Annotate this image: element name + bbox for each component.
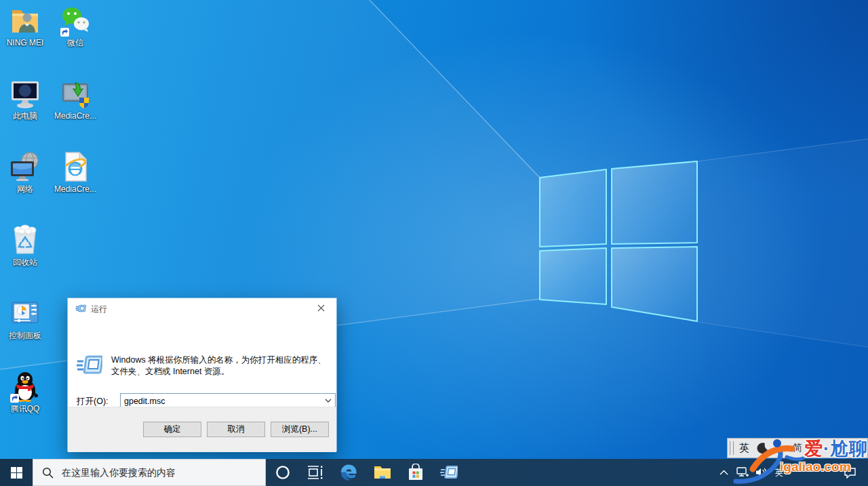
desktop-icon-ning-mei[interactable]: NING MEI: [0, 4, 50, 48]
cortana-icon: [275, 464, 291, 481]
ime-mode-tray-button[interactable]: 英: [772, 459, 787, 486]
cortana-button[interactable]: [267, 459, 298, 486]
taskbar-store-button[interactable]: [400, 459, 431, 486]
description-line1: Windows 将根据你所输入的名称，为你打开相应的程序、: [111, 355, 326, 365]
chevron-up-icon: [719, 470, 728, 475]
qq-penguin-icon: [9, 370, 41, 403]
run-dialog-title: 运行: [91, 304, 107, 315]
run-command-combobox[interactable]: [120, 393, 336, 408]
ime-mode-label: 英: [775, 467, 784, 479]
recycle-bin-icon: [9, 224, 41, 256]
run-window-icon: [75, 303, 86, 317]
taskbar-search[interactable]: [33, 459, 266, 486]
task-view-button[interactable]: [300, 459, 331, 486]
run-dialog-titlebar[interactable]: 运行: [68, 298, 336, 319]
search-input[interactable]: [60, 466, 253, 479]
fullwidth-moon-icon[interactable]: [756, 441, 770, 455]
language-bar-charset[interactable]: 简: [793, 442, 802, 454]
screen: NING MEI 微信: [0, 0, 868, 486]
desktop-icon-label: 微信: [50, 39, 100, 48]
language-bar[interactable]: 英 简: [727, 438, 868, 458]
desktop-icon-label: 腾讯QQ: [0, 405, 50, 414]
language-bar-grip[interactable]: [730, 441, 734, 455]
cancel-button[interactable]: 取消: [207, 422, 265, 437]
run-window-icon: [440, 464, 458, 481]
internet-explorer-document-icon: [59, 150, 92, 183]
desktop-icon-media-creation-tool[interactable]: MediaCre...: [50, 77, 100, 121]
run-dialog: 运行 Windows 将根据你所输入的名称，为你打开相应的程序、: [67, 298, 337, 451]
shortcut-arrow-icon: [60, 28, 69, 37]
taskbar: 英 2020/9/12 3: [0, 459, 868, 486]
desktop-icon-label: MediaCre...: [50, 112, 100, 121]
desktop-icon-control-panel[interactable]: 控制面板: [0, 297, 50, 341]
description-line2: 文件夹、文档或 Internet 资源。: [111, 367, 229, 376]
open-label: 打开(O):: [77, 396, 108, 407]
desktop-icon-label: 回收站: [0, 258, 50, 268]
tray-overflow-button[interactable]: [716, 459, 731, 486]
run-dialog-body: Windows 将根据你所输入的名称，为你打开相应的程序、 文件夹、文档或 In…: [68, 319, 336, 407]
action-center-button[interactable]: [838, 459, 861, 486]
desktop-icon-label: NING MEI: [0, 39, 50, 48]
chevron-down-icon: [325, 399, 332, 403]
run-command-input[interactable]: [121, 394, 325, 408]
search-icon: [42, 467, 54, 479]
desktop-icon-wechat[interactable]: 微信: [50, 4, 100, 48]
volume-tray-button[interactable]: [753, 459, 770, 486]
browse-button[interactable]: 浏览(B)...: [271, 422, 329, 437]
network-tray-button[interactable]: [734, 459, 751, 486]
combobox-dropdown-button[interactable]: [323, 395, 334, 406]
speaker-icon: [755, 467, 768, 478]
microsoft-store-icon: [408, 464, 424, 481]
close-button[interactable]: [306, 298, 336, 318]
desktop-icon-label: 控制面板: [0, 331, 50, 341]
windows-start-icon: [11, 467, 22, 479]
desktop-icon-label: 此电脑: [0, 112, 50, 121]
close-icon: [317, 304, 325, 312]
desktop-icon-tencent-qq[interactable]: 腾讯QQ: [0, 370, 50, 414]
run-dialog-footer: 确定 取消 浏览(B)...: [68, 407, 336, 452]
taskbar-file-explorer-button[interactable]: [366, 459, 399, 486]
media-creation-tool-icon: [59, 77, 92, 110]
wechat-icon: [59, 4, 92, 37]
edge-icon: [340, 464, 357, 481]
run-dialog-description: Windows 将根据你所输入的名称，为你打开相应的程序、 文件夹、文档或 In…: [111, 355, 328, 378]
taskbar-run-window-button[interactable]: [433, 459, 465, 486]
network-icon: [9, 150, 41, 183]
control-panel-icon: [9, 297, 41, 329]
taskbar-edge-button[interactable]: [332, 459, 365, 486]
desktop-icon-label: MediaCre...: [50, 185, 100, 195]
user-folder-icon: [9, 4, 41, 37]
shortcut-arrow-icon: [10, 394, 19, 403]
language-bar-ime-mode[interactable]: 英: [739, 442, 749, 455]
this-pc-icon: [9, 77, 41, 110]
run-icon-large: [77, 354, 102, 380]
notification-icon: [844, 467, 856, 479]
file-explorer-icon: [374, 465, 391, 480]
desktop-icon-label: 网络: [0, 185, 50, 195]
desktop-icon-recycle-bin[interactable]: 回收站: [0, 224, 50, 268]
network-ethernet-icon: [736, 467, 749, 478]
desktop-icon-network[interactable]: 网络: [0, 150, 50, 195]
ok-button[interactable]: 确定: [143, 422, 201, 437]
task-view-icon: [307, 465, 324, 480]
desktop-icon-this-pc[interactable]: 此电脑: [0, 77, 50, 121]
start-button[interactable]: [0, 459, 33, 486]
desktop-icon-media-creation-file[interactable]: MediaCre...: [50, 150, 100, 195]
